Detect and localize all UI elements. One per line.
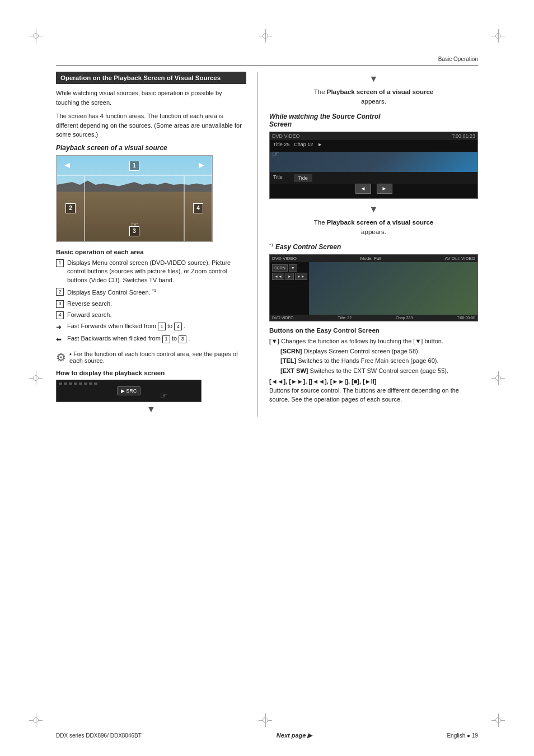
down-arrow-middle: ▼ <box>269 204 478 214</box>
list-item: 1 Displays Menu control screen (DVD-VIDE… <box>56 259 246 286</box>
list-item-arrow-2: ⬅ Fast Backwards when flicked from 1 to … <box>56 334 246 344</box>
ecs-dvd-label: DVD VIDEO <box>272 256 297 261</box>
dvd-title-label: Title <box>273 174 283 182</box>
buttons-list: [▼] Changes the function as follows by t… <box>269 337 478 404</box>
ecs-av-out: AV Out: VIDEO <box>444 256 475 261</box>
page-footer: DDX series DDX896/ DDX8046BT Next page ▶… <box>56 732 478 739</box>
sub-item-tel: [TEL] Switches to the Hands Free Main sc… <box>280 357 478 365</box>
dvd-header: DVD VIDEO T:00:01:23 <box>270 132 477 140</box>
tip-icon: ⚙ <box>56 351 66 364</box>
intro-text-1: While watching visual sources, basic ope… <box>56 88 246 107</box>
op-text-4: Forward search. <box>67 311 111 320</box>
easy-control-screen-image: DVD VIDEO Mode: Full AV Out: VIDEO SCRN … <box>269 254 478 321</box>
sub-item-extsw: [EXT SW] Switches to the EXT SW Control … <box>280 367 478 375</box>
dvd-hand-icon: ☞ <box>272 149 279 158</box>
dvd-chap-info: Chap 12 <box>294 142 313 147</box>
reg-mark-bottom-center <box>259 713 272 727</box>
ecs-title-footer: Title: 22 <box>338 316 352 320</box>
while-watching-label: While watching the Source ControlScreen <box>269 113 381 128</box>
btn-label-1: [▼] <box>269 338 279 344</box>
while-watching-title: While watching the Source ControlScreen <box>269 113 478 128</box>
op-text-2: Displays Easy Control Screen. *1 <box>67 287 156 297</box>
zone-4: 4 <box>184 175 212 241</box>
down-arrow-icon: ▼ <box>56 404 246 414</box>
op-num-2: 2 <box>56 288 64 296</box>
ecs-ff-btn: ►► <box>295 273 307 280</box>
ecs-play-btn: ► <box>285 273 294 280</box>
dvd-time: T:00:01:23 <box>452 133 475 139</box>
ecs-time-footer: T:00:00:00 <box>457 316 475 320</box>
ecs-chap-footer: Chap 333 <box>396 316 413 320</box>
reg-mark-bottom-left <box>29 713 43 727</box>
ecs-dvd-footer: DVD VIDEO <box>272 316 294 320</box>
appears-text-1: appears. <box>361 98 386 105</box>
dvd-title-info: Title 25 <box>273 142 289 147</box>
button-item-1: [▼] Changes the function as follows by t… <box>269 337 478 375</box>
sub-list-1: [SCRN] Displays Screen Control screen (p… <box>280 347 478 375</box>
arrow-right-icon: ➜ <box>56 323 64 332</box>
dvd-title-box: Tide <box>294 174 312 182</box>
ecs-btn-row-1: SCRN ▼ <box>272 264 307 272</box>
arrow-left-icon: ⬅ <box>56 335 64 344</box>
reg-mark-mid-right <box>491 371 505 385</box>
footer-left: DDX series DDX896/ DDX8046BT <box>56 732 142 739</box>
reg-mark-mid-left <box>29 371 43 385</box>
list-item-arrow-1: ➜ Fast Forwards when flicked from 1 to 4… <box>56 322 246 332</box>
reg-mark-top-right <box>491 29 505 43</box>
zone-label-4: 4 <box>193 203 203 213</box>
scrn-label: [SCRN] <box>280 348 302 354</box>
tip-box: ⚙ • For the function of each touch contr… <box>56 351 246 364</box>
dvd-controls: ◄ ► <box>355 184 392 194</box>
zone-label-1: 1 <box>129 161 139 171</box>
dvd-screen-image: DVD VIDEO T:00:01:23 Title 25 Chap 12 ► … <box>269 132 478 199</box>
op-text-1: Displays Menu control screen (DVD-VIDEO … <box>67 259 246 286</box>
bold-text-2: Playback screen of a visual source <box>327 219 434 226</box>
basic-op-title: Basic operation of each area <box>56 249 246 255</box>
dvd-play-icon: ► <box>317 142 322 147</box>
zone-label-2: 2 <box>65 203 76 213</box>
op-num-4: 4 <box>56 311 64 319</box>
list-item: 4 Forward search. <box>56 311 246 320</box>
extsw-text: Switches to the EXT SW Control screen (p… <box>310 367 448 374</box>
source-dots <box>59 382 199 385</box>
right-column: ▼ The Playback screen of a visual source… <box>269 72 478 417</box>
bold-text-1: Playback screen of a visual source <box>327 88 434 95</box>
appears-text-2: appears. <box>361 228 386 235</box>
buttons-title: Buttons on the Easy Control Screen <box>269 327 478 334</box>
easy-title-label: Easy Control Screen <box>275 243 341 251</box>
dvd-back-btn: ◄ <box>355 184 371 194</box>
reg-mark-bottom-right <box>491 713 505 727</box>
reg-mark-top-left <box>29 29 43 43</box>
arrow-op-1: Fast Forwards when flicked from 1 to 4 . <box>67 322 185 331</box>
down-arrow-top: ▼ <box>269 74 478 84</box>
scrn-text: Displays Screen Control screen (page 58)… <box>304 348 420 354</box>
section-title: Operation on the Playback Screen of Visu… <box>56 72 246 84</box>
ecs-header: DVD VIDEO Mode: Full AV Out: VIDEO <box>270 255 477 262</box>
dvd-title-row: Title Tide <box>270 172 477 184</box>
op-num-1: 1 <box>56 259 64 267</box>
zone-3: 3 <box>85 175 184 241</box>
header-title: Basic Operation <box>438 56 478 62</box>
src-button: ▶ SRC <box>117 386 141 395</box>
op-num-3: 3 <box>56 300 64 308</box>
hand-icon: ☞ <box>130 220 138 230</box>
zone-2: 2 <box>57 175 85 241</box>
vertical-divider <box>257 72 258 417</box>
intro-text-2: The screen has 4 function areas. The fun… <box>56 111 246 139</box>
ecs-tv-btn: ▼ <box>289 264 297 272</box>
playback-screen-image: 1 ◄ ► 2 3 4 ☞ <box>56 155 213 242</box>
extsw-label: [EXT SW] <box>280 367 308 374</box>
ecs-btn-row-2: ◄◄ ► ►► <box>272 273 307 280</box>
ecs-content: SCRN ▼ ◄◄ ► ►► <box>270 262 477 317</box>
button-item-2: [◄◄], [►►], [|◄◄], [►►|], [■], [►II] But… <box>269 377 478 404</box>
page-header: Basic Operation <box>56 56 478 66</box>
hand-icon-small: ☞ <box>160 391 167 400</box>
ecs-scrn-btn: SCRN <box>272 264 288 272</box>
btn-text-2: Buttons for source control. The buttons … <box>269 387 459 403</box>
footer-right: English ● 19 <box>447 732 478 739</box>
dvd-label: DVD VIDEO <box>272 133 300 139</box>
tel-text: Switches to the Hands Free Main screen (… <box>298 357 438 364</box>
dvd-info: Title 25 Chap 12 ► <box>270 140 477 149</box>
dvd-fwd-btn: ► <box>377 184 392 194</box>
ecs-mode: Mode: Full <box>360 256 381 261</box>
